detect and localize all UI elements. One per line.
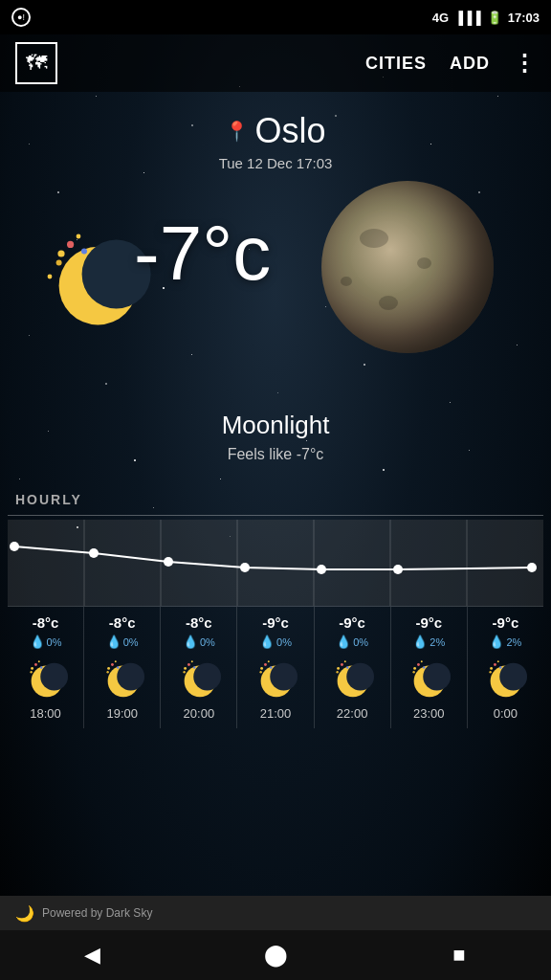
status-right: 4G ▐▐▐ 🔋 17:03	[432, 11, 540, 25]
add-button[interactable]: ADD	[450, 54, 490, 74]
svg-point-36	[193, 663, 221, 691]
svg-point-68	[499, 666, 501, 668]
svg-point-4	[48, 275, 53, 279]
temperature-display: -7°c	[134, 210, 271, 298]
svg-point-53	[341, 663, 343, 666]
svg-point-2	[57, 250, 64, 256]
time-display: 17:03	[508, 11, 540, 25]
svg-point-14	[10, 542, 19, 551]
svg-point-30	[107, 667, 110, 670]
notification-icon: ●!	[11, 8, 31, 27]
hour-temp: -9°c	[262, 614, 289, 631]
svg-point-22	[40, 663, 68, 691]
status-left: ●!	[11, 8, 31, 27]
svg-point-3	[77, 234, 81, 239]
hour-time: 20:00	[184, 706, 215, 721]
more-menu-button[interactable]: ⋮	[513, 50, 536, 77]
svg-point-20	[527, 563, 537, 572]
svg-point-18	[317, 565, 326, 574]
svg-point-67	[494, 663, 496, 666]
hourly-divider	[8, 515, 543, 516]
hourly-label: HOURLY	[8, 492, 543, 507]
hour-precip: 💧0%	[183, 635, 215, 649]
moon-graphic	[321, 181, 494, 353]
weather-main-desc: Moonlight	[0, 411, 551, 440]
svg-point-47	[270, 666, 272, 668]
svg-point-62	[413, 671, 415, 673]
signal-label: 4G	[432, 11, 449, 25]
svg-point-69	[490, 671, 492, 673]
weather-description: Moonlight Feels like -7°c	[0, 401, 551, 463]
svg-point-51	[337, 667, 340, 670]
svg-point-32	[111, 663, 114, 666]
svg-point-66	[497, 660, 499, 662]
hour-col-6: -9°c 💧2% 0:00	[468, 607, 543, 728]
hour-precip: 💧0%	[106, 635, 139, 649]
moon-temp-area: -7°c	[0, 171, 551, 401]
svg-point-59	[421, 660, 423, 662]
svg-point-65	[491, 667, 494, 670]
cities-button[interactable]: CITIES	[365, 54, 427, 74]
hour-time: 0:00	[494, 706, 518, 721]
svg-point-27	[30, 671, 32, 673]
hourly-section: HOURLY	[0, 492, 551, 728]
city-name: Oslo	[254, 111, 325, 151]
hour-col-1: -8°c 💧0% 19:00	[84, 607, 161, 728]
svg-point-26	[40, 666, 42, 668]
hour-precip: 💧0%	[259, 635, 292, 649]
svg-point-39	[187, 663, 190, 666]
svg-point-31	[115, 660, 117, 662]
svg-point-16	[164, 557, 173, 567]
status-bar: ●! 4G ▐▐▐ 🔋 17:03	[0, 0, 551, 34]
main-content: 📍 Oslo Tue 12 Dec 17:03	[0, 92, 551, 728]
svg-point-58	[413, 667, 416, 670]
hour-col-4: -9°c 💧0% 22:00	[315, 607, 391, 728]
svg-point-24	[37, 660, 39, 662]
signal-bars-icon: ▐▐▐	[454, 11, 481, 25]
battery-icon: 🔋	[487, 11, 502, 25]
city-name-row: 📍 Oslo	[0, 111, 551, 151]
svg-point-7	[56, 260, 62, 266]
powered-by: Powered by Dark Sky	[42, 906, 152, 920]
svg-point-33	[117, 666, 119, 668]
svg-point-52	[344, 660, 346, 662]
svg-point-46	[264, 663, 267, 666]
svg-point-55	[337, 671, 339, 673]
svg-point-19	[393, 565, 403, 574]
svg-point-6	[81, 249, 87, 255]
top-navigation: 🗺 CITIES ADD ⋮	[0, 34, 551, 92]
home-button[interactable]: ⬤	[256, 936, 295, 974]
hour-col-3: -9°c 💧0% 21:00	[237, 607, 314, 728]
svg-point-50	[346, 663, 374, 691]
app-logo[interactable]: 🗺	[15, 42, 57, 84]
hour-temp: -9°c	[415, 614, 442, 631]
city-date: Tue 12 Dec 17:03	[0, 155, 551, 171]
svg-point-54	[346, 666, 348, 668]
hour-precip: 💧2%	[412, 635, 445, 649]
hour-temp: -9°c	[493, 614, 519, 631]
svg-point-44	[260, 667, 263, 670]
recents-button[interactable]: ■	[440, 936, 478, 974]
svg-point-64	[500, 663, 528, 691]
hour-time: 21:00	[260, 706, 292, 721]
hour-precip: 💧0%	[336, 635, 368, 649]
svg-point-29	[117, 663, 144, 691]
svg-point-38	[191, 660, 193, 662]
hour-time: 18:00	[30, 706, 61, 721]
svg-point-34	[106, 671, 108, 673]
svg-point-25	[34, 663, 37, 666]
hour-precip: 💧0%	[30, 635, 62, 649]
hourly-grid: -8°c 💧0% 18:00 -8°c 💧0%	[8, 606, 543, 728]
svg-point-61	[423, 666, 425, 668]
bottom-navigation: ◀ ⬤ ■	[0, 930, 551, 980]
hour-temp: -9°c	[339, 614, 365, 631]
hourly-chart	[8, 520, 543, 606]
hour-temp: -8°c	[109, 614, 136, 631]
back-button[interactable]: ◀	[73, 936, 111, 974]
hour-time: 19:00	[106, 706, 138, 721]
svg-point-40	[193, 666, 195, 668]
hour-temp: -8°c	[33, 614, 59, 631]
footer-bar: 🌙 Powered by Dark Sky	[0, 896, 551, 930]
hour-col-0: -8°c 💧0% 18:00	[8, 607, 84, 728]
svg-point-37	[184, 667, 187, 670]
